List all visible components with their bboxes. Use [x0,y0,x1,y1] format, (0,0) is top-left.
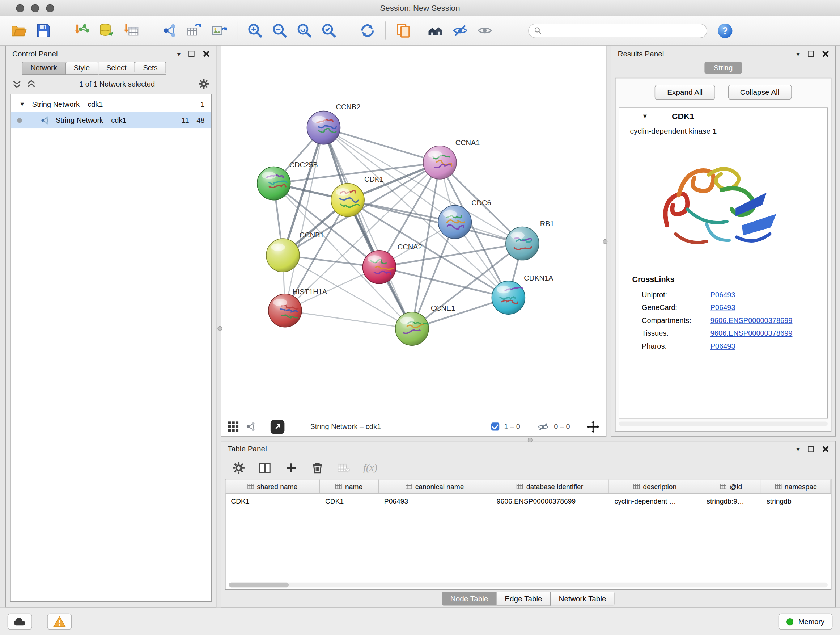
tab-string[interactable]: String [705,62,742,74]
open-session-icon[interactable] [6,19,31,42]
import-table-file-icon[interactable] [119,19,144,42]
panel-menu-icon[interactable]: ▾ [177,50,180,57]
splitter-handle[interactable] [218,326,222,331]
table-horizontal-scrollbar[interactable] [229,583,828,587]
scrollbar-thumb[interactable] [229,583,289,587]
network-node-CCNA2[interactable] [363,250,396,284]
close-panel-icon[interactable] [822,50,829,57]
expand-all-icon[interactable] [27,79,36,88]
column-header-database-identifier[interactable]: database identifier [491,479,609,494]
minimize-window-button[interactable] [31,4,39,12]
cloud-icon[interactable] [8,614,32,630]
collapse-all-icon[interactable] [12,79,21,88]
search-field[interactable] [528,23,707,38]
network-node-CCNE1[interactable] [395,312,429,345]
hide-selected-icon[interactable] [448,19,472,42]
network-node-CDKN1A[interactable] [492,281,525,314]
crosslink-link[interactable]: P06493 [711,342,736,350]
column-header-description[interactable]: description [609,479,701,494]
tab-node-table[interactable]: Node Table [442,592,497,606]
zoom-selected-icon[interactable] [317,19,341,42]
float-panel-icon[interactable] [188,51,194,57]
new-network-icon[interactable] [157,19,182,42]
export-image-icon[interactable] [207,19,232,42]
show-columns-icon[interactable] [258,461,272,474]
delete-column-icon[interactable] [311,461,324,474]
network-node-CDC25B[interactable] [257,167,291,200]
network-row[interactable]: String Network – cdk1 11 48 [11,112,211,128]
splitter-handle[interactable] [603,239,607,244]
save-session-icon[interactable] [31,19,56,42]
collapse-entry-icon[interactable]: ▼ [642,112,648,120]
column-header-shared-name[interactable]: shared name [225,479,320,494]
show-all-icon[interactable] [472,19,497,42]
search-input[interactable] [546,27,701,35]
table-settings-gear-icon[interactable] [232,461,245,474]
network-edge[interactable] [324,128,412,329]
tab-select[interactable]: Select [98,62,135,74]
crosslink-link[interactable]: P06493 [711,290,736,298]
refresh-icon[interactable] [355,19,380,42]
close-panel-icon[interactable] [202,50,210,57]
network-view[interactable]: CCNB2CCNA1CDC25BCDK1CDC6RB1CCNB1CCNA2CDK… [221,46,606,437]
pan-crosshair-icon[interactable] [587,420,600,433]
network-node-CCNA1[interactable] [423,146,456,179]
current-network-bullet [17,118,22,122]
open-in-new-icon[interactable] [271,420,285,434]
collapse-all-button[interactable]: Collapse All [728,85,791,100]
memory-button[interactable]: Memory [778,614,832,630]
selected-checkbox-icon[interactable] [491,423,499,431]
import-network-file-icon[interactable] [70,19,95,42]
tab-network[interactable]: Network [22,62,66,74]
zoom-fit-icon[interactable] [292,19,317,42]
zoom-out-icon[interactable] [267,19,292,42]
float-panel-icon[interactable] [808,446,813,452]
network-edge[interactable] [347,200,523,244]
network-edge[interactable] [285,310,412,329]
column-header-name[interactable]: name [320,479,379,494]
close-panel-icon[interactable] [822,445,829,452]
column-header-canonical-name[interactable]: canonical name [379,479,491,494]
network-node-CCNB2[interactable] [307,111,340,144]
copy-icon[interactable] [391,19,416,42]
add-column-icon[interactable] [284,461,298,474]
column-header-namespac[interactable]: namespac [761,479,831,494]
network-node-CDC6[interactable] [438,205,471,239]
hidden-eye-icon[interactable] [537,423,549,431]
birds-eye-view-icon[interactable] [227,421,239,432]
export-table-icon[interactable] [182,19,207,42]
tab-sets[interactable]: Sets [135,62,166,74]
crosslink-link[interactable]: P06493 [711,303,736,311]
tab-edge-table[interactable]: Edge Table [497,592,551,606]
splitter-handle[interactable] [528,438,532,442]
zoom-in-icon[interactable] [243,19,267,42]
tab-style[interactable]: Style [65,62,98,74]
help-icon[interactable]: ? [715,21,734,40]
panel-menu-icon[interactable]: ▾ [796,445,800,453]
tab-network-table[interactable]: Network Table [551,592,615,606]
expand-all-button[interactable]: Expand All [655,85,715,100]
close-window-button[interactable] [16,4,24,12]
crosslink-link[interactable]: 9606.ENSP00000378699 [711,316,793,324]
float-panel-icon[interactable] [808,51,813,57]
network-node-CDK1[interactable] [331,184,364,217]
panel-menu-icon[interactable]: ▾ [796,50,800,57]
network-edge[interactable] [324,128,439,163]
network-collection-row[interactable]: ▼ String Network – cdk1 1 [11,96,211,112]
network-edge[interactable] [379,267,508,298]
network-canvas[interactable]: CCNB2CCNA1CDC25BCDK1CDC6RB1CCNB1CCNA2CDK… [221,46,606,418]
zoom-window-button[interactable] [46,4,54,12]
results-scrollbar[interactable] [619,421,828,426]
network-overview-icon[interactable] [245,421,256,432]
network-node-RB1[interactable] [506,227,539,260]
collapse-caret-icon[interactable]: ▼ [19,101,27,108]
network-node-HIST1H1A[interactable] [268,294,302,327]
network-node-CCNB1[interactable] [266,239,300,272]
network-options-gear-icon[interactable] [198,78,210,89]
table-row[interactable]: CDK1CDK1P064939606.ENSP00000378699cyclin… [225,494,831,508]
crosslink-link[interactable]: 9606.ENSP00000378699 [711,329,793,337]
home-icon[interactable] [423,19,448,42]
import-network-database-icon[interactable] [95,19,119,42]
warning-icon[interactable] [47,614,72,630]
column-header--id[interactable]: @id [701,479,761,494]
